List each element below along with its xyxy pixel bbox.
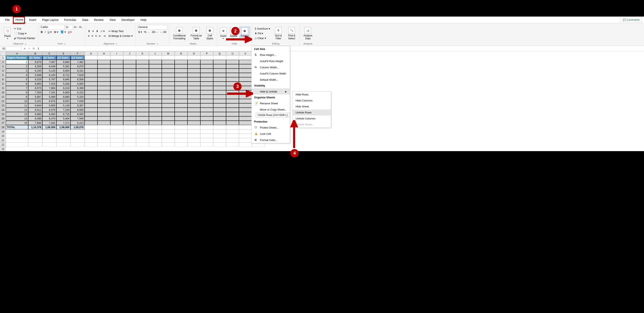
empty-cell[interactable]	[162, 90, 175, 95]
table-cell[interactable]: 7,087	[42, 60, 56, 64]
empty-cell[interactable]	[123, 99, 136, 103]
empty-cell[interactable]	[188, 129, 200, 134]
empty-cell[interactable]	[84, 90, 98, 95]
empty-cell[interactable]	[110, 99, 123, 103]
empty-cell[interactable]	[239, 138, 252, 143]
submenu-hide-sheet[interactable]: Hide Sheet	[293, 104, 331, 110]
empty-cell[interactable]	[123, 69, 136, 73]
tab-review[interactable]: Review	[91, 17, 106, 23]
empty-cell[interactable]	[200, 64, 213, 69]
empty-cell[interactable]	[213, 73, 226, 77]
table-cell[interactable]: 8,026	[28, 77, 42, 82]
table-cell[interactable]: 5,145	[56, 103, 70, 108]
empty-cell[interactable]	[110, 86, 123, 90]
table-cell[interactable]: 8,975	[70, 64, 84, 69]
empty-cell[interactable]	[188, 112, 200, 116]
table-cell[interactable]: 5,340	[56, 82, 70, 86]
empty-cell[interactable]	[226, 69, 239, 73]
percent-button[interactable]: %	[143, 30, 148, 34]
empty-cell[interactable]	[84, 138, 98, 143]
submenu-unhide-columns[interactable]: Unhide Columns	[293, 116, 331, 122]
menu-protect-sheet[interactable]: 🛡Protect Sheet...	[252, 124, 290, 131]
table-cell[interactable]: 7,462	[70, 60, 84, 64]
empty-cell[interactable]	[42, 143, 56, 147]
empty-cell[interactable]	[239, 112, 252, 116]
table-cell[interactable]: 11	[6, 103, 28, 108]
empty-cell[interactable]	[123, 82, 136, 86]
empty-cell[interactable]	[136, 90, 149, 95]
cut-button[interactable]: ✂ Cut	[13, 26, 36, 31]
empty-cell[interactable]	[110, 77, 123, 82]
table-cell[interactable]: 10	[6, 99, 28, 103]
empty-cell[interactable]	[123, 73, 136, 77]
empty-cell[interactable]	[136, 60, 149, 64]
table-cell[interactable]: 5,413	[70, 121, 84, 125]
empty-cell[interactable]	[123, 90, 136, 95]
row-header[interactable]: 6	[0, 77, 6, 82]
empty-cell[interactable]	[162, 134, 175, 138]
empty-cell[interactable]	[200, 138, 213, 143]
empty-cell[interactable]	[188, 143, 200, 147]
empty-cell[interactable]	[149, 69, 162, 73]
table-cell[interactable]: 7,230	[56, 108, 70, 112]
empty-cell[interactable]	[162, 60, 175, 64]
empty-cell[interactable]	[200, 90, 213, 95]
empty-cell[interactable]	[110, 90, 123, 95]
empty-cell[interactable]	[239, 64, 252, 69]
empty-cell[interactable]	[226, 77, 239, 82]
empty-cell[interactable]	[70, 134, 84, 138]
empty-cell[interactable]	[110, 55, 123, 60]
empty-cell[interactable]	[239, 129, 252, 134]
wrap-text-button[interactable]: ↩ Wrap Text	[108, 29, 134, 33]
empty-cell[interactable]	[42, 138, 56, 143]
cell-styles-button[interactable]: ▦Cell Styles	[204, 26, 215, 41]
empty-cell[interactable]	[110, 73, 123, 77]
table-cell[interactable]: 6,583	[70, 112, 84, 116]
empty-cell[interactable]	[175, 125, 188, 129]
row-header[interactable]: 1	[0, 55, 6, 60]
row-header[interactable]: 12	[0, 99, 6, 103]
empty-cell[interactable]	[136, 129, 149, 134]
table-cell[interactable]: 8,876	[28, 60, 42, 64]
empty-cell[interactable]	[200, 121, 213, 125]
table-cell[interactable]: 5,605	[70, 82, 84, 86]
empty-cell[interactable]	[136, 77, 149, 82]
table-cell[interactable]: 7	[6, 86, 28, 90]
empty-cell[interactable]	[200, 103, 213, 108]
empty-cell[interactable]	[149, 121, 162, 125]
empty-cell[interactable]	[175, 134, 188, 138]
empty-cell[interactable]	[175, 69, 188, 73]
empty-cell[interactable]	[188, 55, 200, 60]
row-header[interactable]: 20	[0, 134, 6, 138]
empty-cell[interactable]	[188, 60, 200, 64]
table-cell[interactable]: 5,201	[28, 99, 42, 103]
empty-cell[interactable]	[162, 125, 175, 129]
empty-cell[interactable]	[136, 82, 149, 86]
empty-cell[interactable]	[175, 108, 188, 112]
empty-cell[interactable]	[149, 86, 162, 90]
empty-cell[interactable]	[136, 108, 149, 112]
table-cell[interactable]: 3	[6, 69, 28, 73]
col-header[interactable]: M	[162, 51, 175, 55]
empty-cell[interactable]	[239, 69, 252, 73]
indent-increase-button[interactable]: ⇥	[102, 34, 106, 38]
table-cell[interactable]: 15	[6, 121, 28, 125]
table-cell[interactable]: 5,120	[42, 69, 56, 73]
tab-developer[interactable]: Developer	[119, 17, 138, 23]
empty-cell[interactable]	[149, 112, 162, 116]
empty-cell[interactable]	[123, 121, 136, 125]
empty-cell[interactable]	[162, 121, 175, 125]
empty-cell[interactable]	[98, 138, 110, 143]
fx-button[interactable]: fx	[32, 47, 36, 50]
empty-cell[interactable]	[6, 143, 28, 147]
empty-cell[interactable]	[84, 82, 98, 86]
empty-cell[interactable]	[123, 143, 136, 147]
fill-color-button[interactable]: 🪣 ▾	[59, 30, 67, 34]
total-cell[interactable]: 1,06,556	[42, 125, 56, 129]
table-cell[interactable]: 5,404	[56, 116, 70, 121]
comments-button[interactable]: 💬 Comments	[620, 17, 642, 22]
empty-cell[interactable]	[84, 112, 98, 116]
empty-cell[interactable]	[213, 77, 226, 82]
underline-button[interactable]: U ▾	[47, 30, 53, 34]
empty-cell[interactable]	[188, 138, 200, 143]
